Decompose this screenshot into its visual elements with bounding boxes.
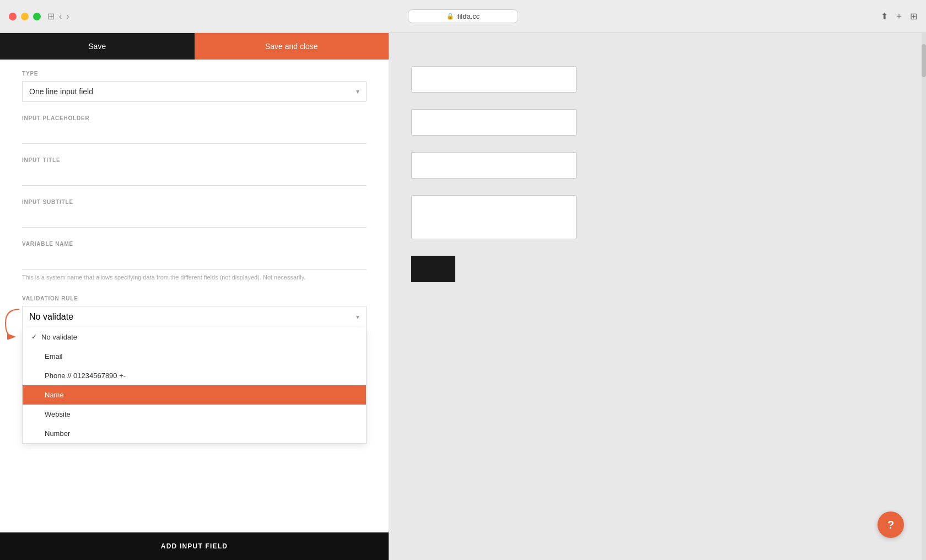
validation-option-phone[interactable]: Phone // 01234567890 +- bbox=[23, 366, 366, 385]
validation-rule-label: VALIDATION RULE bbox=[22, 295, 367, 301]
add-input-field-button[interactable]: ADD INPUT FIELD bbox=[0, 532, 389, 560]
no-validate-label: No validate bbox=[41, 333, 77, 341]
form-inner: TYPE One line input field ▾ INPUT PLACEH… bbox=[0, 60, 389, 394]
number-label: Number bbox=[45, 429, 70, 438]
validation-option-email[interactable]: Email bbox=[23, 347, 366, 366]
new-tab-icon[interactable]: ＋ bbox=[895, 10, 903, 22]
variable-name-hint: This is a system name that allows specif… bbox=[22, 273, 367, 282]
validation-section: VALIDATION RULE No validate ▾ ✓ No valid… bbox=[22, 295, 367, 360]
variable-name-field: VARIABLE NAME This is a system name that… bbox=[22, 241, 367, 282]
forward-icon[interactable]: › bbox=[66, 12, 69, 21]
website-label: Website bbox=[45, 410, 71, 418]
fullscreen-button[interactable] bbox=[33, 13, 41, 20]
variable-name-input[interactable] bbox=[22, 251, 367, 270]
preview-submit-button bbox=[411, 256, 455, 282]
preview-content bbox=[389, 33, 926, 560]
type-label: TYPE bbox=[22, 71, 367, 77]
type-select-wrapper[interactable]: One line input field ▾ bbox=[22, 81, 367, 102]
input-subtitle-field: INPUT SUBTITLE bbox=[22, 199, 367, 228]
input-title-input[interactable] bbox=[22, 168, 367, 186]
input-title-field: INPUT TITLE bbox=[22, 157, 367, 186]
preview-textarea bbox=[411, 195, 577, 239]
validation-option-no-validate[interactable]: ✓ No validate bbox=[23, 327, 366, 347]
phone-label: Phone // 01234567890 +- bbox=[45, 371, 126, 380]
scrollbar-thumb[interactable] bbox=[922, 44, 926, 77]
preview-submit-row bbox=[411, 256, 455, 282]
input-title-label: INPUT TITLE bbox=[22, 157, 367, 163]
help-button[interactable]: ? bbox=[877, 511, 904, 538]
sidebar-toggle-icon[interactable]: ⊞ bbox=[47, 11, 55, 21]
traffic-lights bbox=[9, 13, 41, 20]
type-select[interactable]: One line input field bbox=[23, 82, 366, 101]
grid-icon[interactable]: ⊞ bbox=[910, 11, 917, 21]
type-field: TYPE One line input field ▾ bbox=[22, 71, 367, 102]
validation-dropdown-header[interactable]: No validate ▾ bbox=[23, 306, 366, 327]
input-placeholder-label: INPUT PLACEHOLDER bbox=[22, 115, 367, 121]
share-icon[interactable]: ⬆ bbox=[881, 11, 888, 21]
validation-option-number[interactable]: Number bbox=[23, 424, 366, 443]
browser-chrome: ⊞ ‹ › 🔒 tilda.cc ⬆ ＋ ⊞ bbox=[0, 0, 926, 33]
input-placeholder-input[interactable] bbox=[22, 126, 367, 144]
name-label: Name bbox=[45, 391, 64, 399]
validation-chevron-icon: ▾ bbox=[356, 313, 359, 321]
selected-validation-text: No validate bbox=[29, 312, 73, 322]
toolbar: Save Save and close bbox=[0, 33, 389, 60]
email-label: Email bbox=[45, 352, 63, 360]
preview-scrollbar[interactable] bbox=[922, 33, 926, 560]
variable-name-label: VARIABLE NAME bbox=[22, 241, 367, 247]
close-button[interactable] bbox=[9, 13, 17, 20]
input-subtitle-label: INPUT SUBTITLE bbox=[22, 199, 367, 205]
preview-panel: ? bbox=[389, 33, 926, 560]
preview-input-3 bbox=[411, 152, 577, 179]
save-close-button[interactable]: Save and close bbox=[195, 33, 389, 60]
back-icon[interactable]: ‹ bbox=[59, 12, 62, 21]
preview-input-2 bbox=[411, 109, 577, 136]
app-wrapper: Save Save and close TYPE One line input … bbox=[0, 33, 926, 560]
url-text: tilda.cc bbox=[457, 12, 480, 20]
arrow-indicator bbox=[3, 306, 25, 340]
validation-option-name[interactable]: Name bbox=[23, 385, 366, 405]
validation-dropdown-menu: ✓ No validate Email Phone // 01234567890… bbox=[22, 327, 367, 444]
editor-panel: Save Save and close TYPE One line input … bbox=[0, 33, 389, 560]
lock-icon: 🔒 bbox=[446, 13, 454, 20]
minimize-button[interactable] bbox=[21, 13, 29, 20]
browser-controls: ⊞ ‹ › bbox=[47, 11, 69, 21]
input-subtitle-input[interactable] bbox=[22, 209, 367, 228]
checkmark-icon: ✓ bbox=[31, 333, 37, 341]
browser-right-controls: ⬆ ＋ ⊞ bbox=[881, 10, 917, 22]
address-bar[interactable]: 🔒 tilda.cc bbox=[408, 9, 518, 23]
validation-option-website[interactable]: Website bbox=[23, 405, 366, 424]
validation-dropdown[interactable]: No validate ▾ ✓ No validate Email bbox=[22, 306, 367, 328]
input-placeholder-field: INPUT PLACEHOLDER bbox=[22, 115, 367, 144]
save-button[interactable]: Save bbox=[0, 33, 195, 60]
preview-input-1 bbox=[411, 66, 577, 93]
form-content: TYPE One line input field ▾ INPUT PLACEH… bbox=[0, 60, 389, 560]
